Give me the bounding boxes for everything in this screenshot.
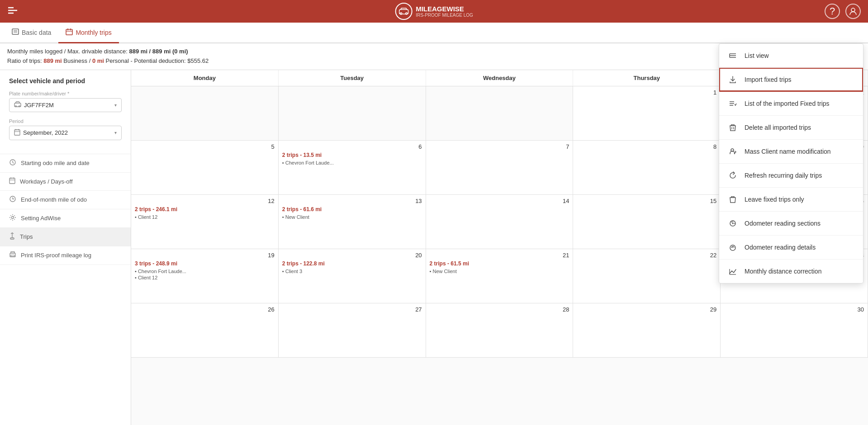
cal-cell-mon-26[interactable]: 26 [131, 303, 279, 358]
top-nav: MILEAGEWISE IRS-PROOF MILEAGE LOG ? [0, 0, 868, 23]
day-number-26: 26 [135, 306, 275, 313]
svg-point-16 [19, 105, 20, 107]
cal-cell-wed-14[interactable]: 14 [426, 195, 574, 249]
dropdown-list-view-label: List view [745, 52, 769, 59]
toolbar-stats: Monthly miles logged / Max. drivable dis… [7, 47, 209, 66]
cal-cell-mon-19[interactable]: 19 3 trips - 248.9 mi Chevron Fort Laude… [131, 249, 279, 303]
cal-cell-tue-13[interactable]: 13 2 trips - 61.6 mi New Client [279, 195, 426, 249]
cal-cell-thu-8[interactable]: 8 [573, 141, 721, 195]
starting-odo-icon [9, 159, 16, 168]
dropdown-odo-details[interactable]: Odometer reading details [719, 236, 863, 260]
stats-business: 889 mi [43, 57, 62, 64]
logo-text: MILEAGEWISE IRS-PROOF MILEAGE LOG [416, 5, 473, 18]
cal-cell-empty-1 [131, 86, 279, 141]
svg-line-51 [731, 222, 732, 222]
app-logo: MILEAGEWISE IRS-PROOF MILEAGE LOG [395, 3, 473, 20]
cal-cell-tue-20[interactable]: 20 2 trips - 122.8 mi Client 3 [279, 249, 426, 303]
dropdown-delete-all[interactable]: Delete all imported trips [719, 116, 863, 140]
print-icon [9, 251, 16, 260]
delete-all-icon [727, 122, 738, 133]
period-select[interactable]: September, 2022 ▾ [9, 126, 122, 140]
cal-cell-mon-5[interactable]: 5 [131, 141, 279, 195]
tab-monthly-trips[interactable]: Monthly trips [58, 23, 119, 43]
sidebar-item-end-of-month[interactable]: End-of-month mile of odo [0, 191, 131, 209]
svg-point-15 [15, 105, 17, 107]
day-number-8: 8 [577, 143, 716, 150]
day-number-21: 21 [430, 252, 569, 259]
trips-label-tue-6: 2 trips - 13.5 mi [282, 152, 422, 158]
dropdown-list-imported[interactable]: List of the imported Fixed trips [719, 92, 863, 116]
setting-adwise-label: Setting AdWise [21, 215, 61, 222]
day-number-27: 27 [282, 306, 422, 313]
sidebar-item-print[interactable]: Print IRS-proof mileage log [0, 246, 131, 265]
cal-cell-mon-12[interactable]: 12 2 trips - 246.1 mi Client 12 [131, 195, 279, 249]
cal-cell-thu-29[interactable]: 29 [573, 303, 721, 358]
client-mon-19-1: Chevron Fort Laude... [135, 269, 275, 274]
dropdown-mass-client[interactable]: Mass Client name modification [719, 140, 863, 164]
back-button[interactable] [7, 6, 20, 17]
dropdown-list-imported-label: List of the imported Fixed trips [745, 100, 830, 107]
svg-rect-7 [12, 29, 19, 34]
day-number-22: 22 [577, 252, 716, 259]
stats-personal-label: Personal [106, 57, 129, 64]
workdays-label: Workdays / Days-off [20, 178, 73, 185]
sidebar-item-setting-adwise[interactable]: Setting AdWise [0, 209, 131, 228]
sidebar: Select vehicle and period Plate number/m… [0, 70, 131, 425]
dropdown-odo-sections[interactable]: Odometer reading sections [719, 212, 863, 236]
day-number-15: 15 [577, 198, 716, 204]
end-of-month-label: End-of-month mile of odo [21, 196, 87, 203]
trips-label-mon-19: 3 trips - 248.9 mi [135, 260, 275, 267]
cal-cell-empty-3 [426, 86, 574, 141]
dropdown-leave-fixed-label: Leave fixed trips only [745, 196, 804, 203]
dropdown-leave-fixed[interactable]: Leave fixed trips only [719, 188, 863, 212]
vehicle-icon [14, 101, 21, 109]
logo-icon [395, 3, 412, 20]
cal-cell-wed-21[interactable]: 21 2 trips - 61.5 mi New Client [426, 249, 574, 303]
user-button[interactable] [845, 4, 861, 19]
sidebar-item-trips[interactable]: Trips [0, 228, 131, 246]
svg-rect-30 [11, 255, 14, 256]
stats-deduction: - Potential deduction: $555.62 [131, 57, 209, 64]
svg-rect-17 [14, 130, 20, 135]
dropdown-list-view[interactable]: List view [719, 44, 863, 68]
svg-rect-10 [66, 29, 72, 35]
vehicle-select[interactable]: JGF7FF2M ▾ [9, 98, 122, 112]
cal-cell-thu-1[interactable]: 1 [573, 86, 721, 141]
day-number-13: 13 [282, 198, 422, 204]
cal-cell-tue-6[interactable]: 6 2 trips - 13.5 mi Chevron Fort Laude..… [279, 141, 426, 195]
svg-point-5 [405, 13, 407, 14]
sidebar-item-starting-odo[interactable]: Starting odo mile and date [0, 154, 131, 173]
dropdown-import-label: Import fixed trips [745, 76, 791, 83]
day-number-5: 5 [135, 143, 275, 150]
vehicle-value: JGF7FF2M [24, 102, 112, 109]
svg-rect-28 [10, 238, 14, 239]
list-view-icon [727, 50, 738, 61]
period-icon [14, 129, 20, 137]
cal-cell-tue-27[interactable]: 27 [279, 303, 426, 358]
day-number-14: 14 [430, 198, 569, 204]
dropdown-menu: List view Import fixed trips List of the… [719, 43, 863, 283]
cal-cell-fri-30[interactable]: 30 [721, 303, 868, 358]
dropdown-refresh-label: Refresh recurring daily trips [745, 172, 822, 179]
dropdown-refresh-recurring[interactable]: Refresh recurring daily trips [719, 164, 863, 188]
sidebar-item-workdays[interactable]: Workdays / Days-off [0, 173, 131, 191]
svg-point-4 [400, 13, 402, 14]
cal-cell-thu-15[interactable]: 15 [573, 195, 721, 249]
tab-basic-data[interactable]: Basic data [5, 23, 58, 43]
end-of-month-icon [9, 195, 16, 204]
setting-adwise-icon [9, 214, 16, 223]
print-label: Print IRS-proof mileage log [21, 252, 91, 259]
list-imported-icon [727, 98, 738, 109]
trips-icon [9, 232, 15, 241]
cal-cell-thu-22[interactable]: 22 [573, 249, 721, 303]
cal-cell-wed-28[interactable]: 28 [426, 303, 574, 358]
help-button[interactable]: ? [825, 4, 840, 19]
trips-label-mon-12: 2 trips - 246.1 mi [135, 206, 275, 212]
dropdown-monthly-distance[interactable]: Monthly distance correction [719, 260, 863, 283]
day-number-29: 29 [577, 306, 716, 313]
cal-cell-wed-7[interactable]: 7 [426, 141, 574, 195]
client-mon-19-2: Client 12 [135, 275, 275, 280]
monthly-trips-label: Monthly trips [76, 29, 111, 36]
dropdown-import-fixed-trips[interactable]: Import fixed trips [719, 68, 863, 92]
svg-rect-3 [399, 9, 408, 14]
